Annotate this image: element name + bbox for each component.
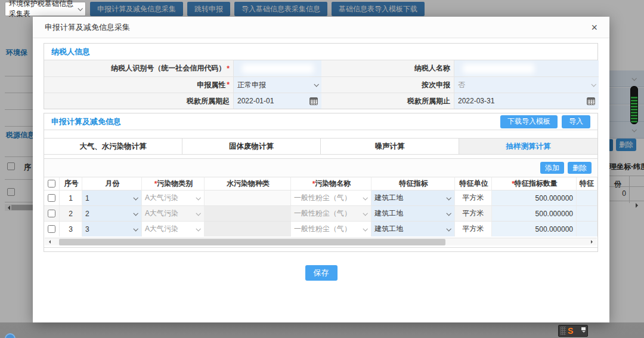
taxpayer-id-field[interactable] (233, 60, 321, 76)
taxpayer-id-label: 纳税人识别号（统一社会信用代码）* (44, 60, 233, 76)
chevron-down-icon (446, 211, 451, 216)
period-start-datepicker[interactable]: 2022-01-01 (233, 93, 321, 109)
row-checkbox[interactable] (48, 225, 55, 233)
close-icon[interactable]: × (591, 22, 597, 33)
category-select[interactable]: A大气污染 (142, 205, 205, 221)
chevron-down-icon (133, 226, 138, 231)
add-row-button[interactable]: 添加 (540, 162, 564, 174)
period-start-label: 税款所属期起 (44, 93, 233, 109)
grip-handle-icon[interactable] (561, 327, 566, 335)
pollutant-select[interactable]: 一般性粉尘（气） (291, 205, 371, 221)
save-button[interactable]: 保存 (305, 265, 338, 281)
period-end-label: 税款所属期止 (321, 93, 454, 109)
month-select[interactable]: 3 (82, 221, 142, 236)
sampling-table: 添加 删除 序号 月份 *污染物类别 水污染物种类 *污染物名称 特征指标 特征… (44, 158, 597, 248)
taxpayer-section-title: 纳税人信息 (51, 47, 90, 57)
download-import-template-button[interactable]: 下载导入模板 (500, 115, 558, 128)
select-all-checkbox[interactable] (48, 180, 55, 188)
category-select[interactable]: A大气污染 (142, 190, 205, 205)
tab-noise-calc[interactable]: 噪声计算 (321, 139, 459, 154)
taxpayer-info-panel: 纳税人信息 纳税人识别号（统一社会信用代码）* 纳税人名称 申报属性* 正常申报… (44, 43, 598, 109)
floating-blue-dot[interactable] (5, 333, 16, 338)
required-star: * (227, 64, 230, 73)
report-type-select[interactable]: 环境保护税基础信息采集表 (5, 2, 86, 16)
row-seq: 3 (60, 221, 82, 236)
col-quantity: *特征指标数量 (492, 177, 577, 190)
unit-cell: 平方米 (455, 205, 492, 221)
required-star: * (227, 81, 230, 89)
declare-calc-panel: 申报计算及减免信息 下载导入模板 导入 大气、水污染物计算 固体废物计算 噪声计… (44, 113, 598, 252)
taxpayer-panel-header: 纳税人信息 (44, 44, 597, 60)
taxpayer-name-field[interactable] (454, 60, 599, 76)
row-seq: 1 (60, 190, 82, 205)
snip-tool-widget[interactable]: S (558, 325, 588, 337)
table-header-row: 序号 月份 *污染物类别 水污染物种类 *污染物名称 特征指标 特征单位 *特征… (44, 177, 597, 190)
table-toolbar: 添加 删除 (44, 159, 597, 177)
scroll-left-icon[interactable] (47, 240, 51, 244)
declare-section-title: 申报计算及减免信息 (51, 116, 121, 127)
tab-solid-waste-calc[interactable]: 固体废物计算 (182, 139, 321, 154)
modal-header: 申报计算及减免信息采集 × (33, 17, 609, 38)
redacted-value (463, 64, 534, 73)
tab-air-water-calc[interactable]: 大气、水污染物计算 (44, 139, 182, 154)
quantity-cell[interactable]: 500.000000 (492, 221, 577, 236)
col-clipped: 特征 (577, 177, 597, 190)
taxpayer-name-label: 纳税人名称 (321, 60, 454, 76)
save-row: 保存 (33, 265, 609, 281)
chevron-down-icon (196, 211, 200, 216)
col-seq: 序号 (60, 177, 82, 190)
water-type-cell (205, 205, 291, 221)
scroll-right-icon[interactable] (591, 240, 595, 244)
snip-dropdown-icon[interactable] (582, 331, 586, 334)
clipped-cell (577, 221, 597, 236)
indicator-select[interactable]: 建筑工地 (371, 221, 455, 236)
chevron-down-icon (133, 195, 138, 200)
indicator-select[interactable]: 建筑工地 (371, 205, 455, 221)
chevron-down-icon (314, 82, 318, 87)
unit-cell: 平方米 (455, 190, 492, 205)
quantity-cell[interactable]: 500.000000 (492, 205, 577, 221)
chevron-down-icon (133, 211, 138, 216)
scrollbar-thumb[interactable] (59, 239, 445, 245)
col-water-type: 水污染物种类 (205, 177, 291, 190)
tab-sampling-calc[interactable]: 抽样测算计算 (459, 139, 597, 154)
per-count-select[interactable]: 否 (454, 76, 599, 93)
delete-row-button[interactable]: 删除 (568, 162, 592, 174)
clipped-cell (577, 190, 597, 205)
chevron-down-icon (363, 211, 367, 216)
calc-tabs: 大气、水污染物计算 固体废物计算 噪声计算 抽样测算计算 (44, 138, 597, 155)
declare-panel-body: 大气、水污染物计算 固体废物计算 噪声计算 抽样测算计算 添加 删除 序号 月份… (44, 130, 597, 248)
chevron-down-icon (196, 195, 200, 200)
snip-button-icon[interactable] (581, 327, 586, 330)
col-indicator: 特征指标 (371, 177, 455, 190)
table-row: 2 2 A大气污染 一般性粉尘（气） 建筑工地 平方米 500.000000 (44, 205, 597, 221)
category-select[interactable]: A大气污染 (142, 221, 205, 236)
declare-attr-label: 申报属性* (44, 76, 233, 93)
row-check-cell (44, 221, 60, 236)
calendar-icon[interactable] (587, 97, 595, 105)
table-horizontal-scrollbar[interactable] (45, 238, 597, 245)
quantity-cell[interactable]: 500.000000 (492, 190, 577, 205)
month-select[interactable]: 2 (82, 205, 142, 221)
indicator-select[interactable]: 建筑工地 (371, 190, 455, 205)
water-type-cell (205, 190, 291, 205)
pollutant-select[interactable]: 一般性粉尘（气） (291, 190, 371, 205)
chevron-down-icon (591, 82, 596, 87)
clipped-cell (577, 205, 597, 221)
select-all-cell (44, 177, 60, 190)
table-row: 3 3 A大气污染 一般性粉尘（气） 建筑工地 平方米 500.000000 (44, 221, 597, 236)
unit-cell: 平方米 (455, 221, 492, 236)
col-category: *污染物类别 (142, 177, 205, 190)
row-checkbox[interactable] (48, 210, 55, 217)
chevron-down-icon (363, 226, 367, 231)
period-end-datepicker[interactable]: 2022-03-31 (454, 93, 599, 109)
pollutant-select[interactable]: 一般性粉尘（气） (291, 221, 371, 236)
import-button[interactable]: 导入 (562, 115, 590, 128)
calendar-icon[interactable] (309, 97, 318, 105)
modal-title: 申报计算及减免信息采集 (45, 22, 130, 33)
month-select[interactable]: 1 (82, 190, 142, 205)
declare-attr-select[interactable]: 正常申报 (233, 76, 321, 93)
per-count-label: 按次申报 (321, 76, 454, 93)
row-checkbox[interactable] (48, 194, 55, 202)
declare-collect-modal: 申报计算及减免信息采集 × 纳税人信息 纳税人识别号（统一社会信用代码）* 纳税… (33, 17, 609, 322)
